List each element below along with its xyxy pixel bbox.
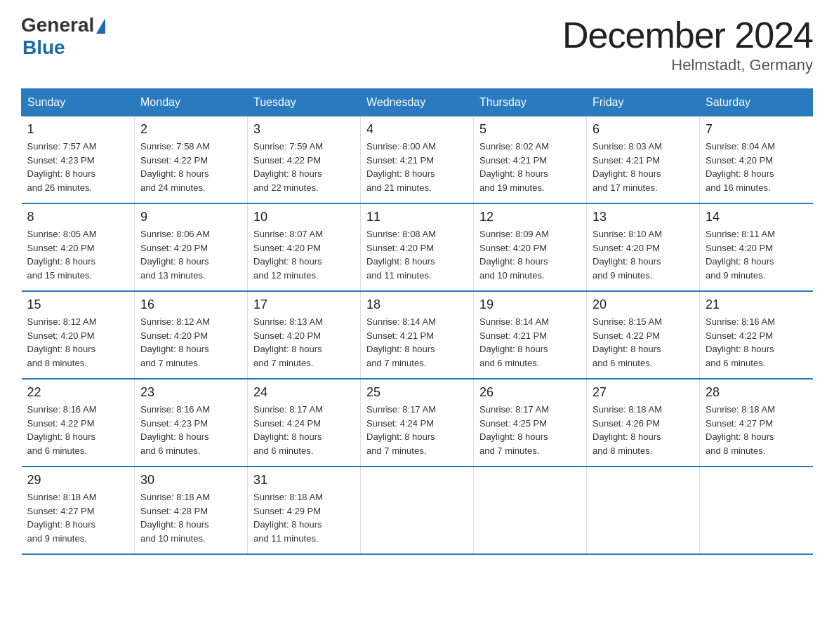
page-header: General Blue December 2024 Helmstadt, Ge… [21, 14, 813, 74]
day-info: Sunrise: 8:16 AM Sunset: 4:22 PM Dayligh… [27, 403, 129, 457]
table-row: 27 Sunrise: 8:18 AM Sunset: 4:26 PM Dayl… [587, 379, 700, 467]
calendar-week-row: 8 Sunrise: 8:05 AM Sunset: 4:20 PM Dayli… [22, 203, 813, 291]
day-info: Sunrise: 8:14 AM Sunset: 4:21 PM Dayligh… [366, 315, 468, 370]
logo-triangle-icon [96, 18, 105, 34]
logo: General Blue [21, 14, 105, 59]
logo-general-text: General [21, 14, 94, 36]
table-row: 30 Sunrise: 8:18 AM Sunset: 4:28 PM Dayl… [135, 467, 248, 554]
day-number: 4 [366, 122, 468, 137]
table-row: 15 Sunrise: 8:12 AM Sunset: 4:20 PM Dayl… [22, 291, 135, 379]
day-info: Sunrise: 8:13 AM Sunset: 4:20 PM Dayligh… [253, 315, 355, 370]
col-thursday: Thursday [474, 89, 587, 116]
day-info: Sunrise: 8:16 AM Sunset: 4:22 PM Dayligh… [706, 315, 807, 370]
table-row: 25 Sunrise: 8:17 AM Sunset: 4:24 PM Dayl… [361, 379, 474, 467]
day-info: Sunrise: 8:18 AM Sunset: 4:27 PM Dayligh… [27, 490, 129, 545]
day-info: Sunrise: 8:17 AM Sunset: 4:24 PM Dayligh… [366, 403, 468, 457]
calendar-week-row: 29 Sunrise: 8:18 AM Sunset: 4:27 PM Dayl… [22, 467, 813, 554]
calendar-week-row: 22 Sunrise: 8:16 AM Sunset: 4:22 PM Dayl… [22, 379, 813, 467]
day-number: 6 [593, 122, 694, 137]
table-row [474, 467, 587, 554]
day-info: Sunrise: 8:18 AM Sunset: 4:29 PM Dayligh… [253, 490, 355, 545]
logo-blue-text: Blue [22, 36, 65, 59]
day-number: 13 [593, 210, 694, 224]
day-number: 23 [140, 385, 241, 400]
day-number: 10 [253, 210, 355, 224]
day-info: Sunrise: 8:16 AM Sunset: 4:23 PM Dayligh… [140, 403, 241, 457]
day-number: 15 [27, 297, 129, 312]
day-info: Sunrise: 8:18 AM Sunset: 4:26 PM Dayligh… [593, 403, 694, 457]
day-info: Sunrise: 8:03 AM Sunset: 4:21 PM Dayligh… [593, 140, 694, 194]
day-number: 29 [27, 473, 129, 488]
day-number: 3 [253, 122, 355, 137]
day-info: Sunrise: 7:57 AM Sunset: 4:23 PM Dayligh… [27, 140, 129, 194]
day-info: Sunrise: 8:11 AM Sunset: 4:20 PM Dayligh… [706, 227, 807, 282]
day-info: Sunrise: 8:17 AM Sunset: 4:24 PM Dayligh… [253, 403, 355, 457]
day-info: Sunrise: 8:09 AM Sunset: 4:20 PM Dayligh… [479, 227, 581, 282]
table-row: 12 Sunrise: 8:09 AM Sunset: 4:20 PM Dayl… [474, 203, 587, 291]
table-row: 5 Sunrise: 8:02 AM Sunset: 4:21 PM Dayli… [474, 116, 587, 204]
page-title: December 2024 [562, 14, 813, 56]
day-info: Sunrise: 8:12 AM Sunset: 4:20 PM Dayligh… [140, 315, 241, 370]
col-monday: Monday [135, 89, 248, 116]
day-info: Sunrise: 7:59 AM Sunset: 4:22 PM Dayligh… [253, 140, 355, 194]
day-number: 19 [479, 297, 581, 312]
col-sunday: Sunday [22, 89, 135, 116]
col-wednesday: Wednesday [361, 89, 474, 116]
table-row: 21 Sunrise: 8:16 AM Sunset: 4:22 PM Dayl… [700, 291, 813, 379]
day-info: Sunrise: 7:58 AM Sunset: 4:22 PM Dayligh… [140, 140, 241, 194]
table-row: 17 Sunrise: 8:13 AM Sunset: 4:20 PM Dayl… [248, 291, 361, 379]
day-info: Sunrise: 8:18 AM Sunset: 4:27 PM Dayligh… [706, 403, 807, 457]
table-row [361, 467, 474, 554]
day-number: 5 [479, 122, 581, 137]
table-row: 29 Sunrise: 8:18 AM Sunset: 4:27 PM Dayl… [22, 467, 135, 554]
table-row: 8 Sunrise: 8:05 AM Sunset: 4:20 PM Dayli… [22, 203, 135, 291]
calendar-header-row: Sunday Monday Tuesday Wednesday Thursday… [22, 89, 813, 116]
day-number: 24 [253, 385, 355, 400]
table-row: 14 Sunrise: 8:11 AM Sunset: 4:20 PM Dayl… [700, 203, 813, 291]
day-number: 2 [140, 122, 241, 137]
day-info: Sunrise: 8:15 AM Sunset: 4:22 PM Dayligh… [593, 315, 694, 370]
day-number: 21 [706, 297, 807, 312]
day-number: 7 [706, 122, 807, 137]
table-row: 2 Sunrise: 7:58 AM Sunset: 4:22 PM Dayli… [135, 116, 248, 204]
table-row: 11 Sunrise: 8:08 AM Sunset: 4:20 PM Dayl… [361, 203, 474, 291]
calendar-table: Sunday Monday Tuesday Wednesday Thursday… [21, 88, 813, 555]
day-info: Sunrise: 8:08 AM Sunset: 4:20 PM Dayligh… [366, 227, 468, 282]
day-number: 27 [593, 385, 694, 400]
col-friday: Friday [587, 89, 700, 116]
table-row: 4 Sunrise: 8:00 AM Sunset: 4:21 PM Dayli… [361, 116, 474, 204]
day-number: 22 [27, 385, 129, 400]
day-number: 14 [706, 210, 807, 224]
day-info: Sunrise: 8:07 AM Sunset: 4:20 PM Dayligh… [253, 227, 355, 282]
day-number: 26 [479, 385, 581, 400]
day-number: 12 [479, 210, 581, 224]
day-number: 30 [140, 473, 241, 488]
calendar-week-row: 15 Sunrise: 8:12 AM Sunset: 4:20 PM Dayl… [22, 291, 813, 379]
day-number: 9 [140, 210, 241, 224]
table-row: 16 Sunrise: 8:12 AM Sunset: 4:20 PM Dayl… [135, 291, 248, 379]
day-info: Sunrise: 8:02 AM Sunset: 4:21 PM Dayligh… [479, 140, 581, 194]
day-number: 8 [27, 210, 129, 224]
day-number: 20 [593, 297, 694, 312]
day-number: 11 [366, 210, 468, 224]
day-number: 1 [27, 122, 129, 137]
day-info: Sunrise: 8:18 AM Sunset: 4:28 PM Dayligh… [140, 490, 241, 545]
table-row: 9 Sunrise: 8:06 AM Sunset: 4:20 PM Dayli… [135, 203, 248, 291]
day-number: 31 [253, 473, 355, 488]
day-info: Sunrise: 8:10 AM Sunset: 4:20 PM Dayligh… [593, 227, 694, 282]
day-number: 25 [366, 385, 468, 400]
table-row: 31 Sunrise: 8:18 AM Sunset: 4:29 PM Dayl… [248, 467, 361, 554]
table-row: 10 Sunrise: 8:07 AM Sunset: 4:20 PM Dayl… [248, 203, 361, 291]
table-row: 22 Sunrise: 8:16 AM Sunset: 4:22 PM Dayl… [22, 379, 135, 467]
day-number: 16 [140, 297, 241, 312]
table-row: 13 Sunrise: 8:10 AM Sunset: 4:20 PM Dayl… [587, 203, 700, 291]
table-row [700, 467, 813, 554]
day-number: 28 [706, 385, 807, 400]
table-row: 3 Sunrise: 7:59 AM Sunset: 4:22 PM Dayli… [248, 116, 361, 204]
col-saturday: Saturday [700, 89, 813, 116]
day-info: Sunrise: 8:17 AM Sunset: 4:25 PM Dayligh… [479, 403, 581, 457]
day-info: Sunrise: 8:12 AM Sunset: 4:20 PM Dayligh… [27, 315, 129, 370]
table-row: 20 Sunrise: 8:15 AM Sunset: 4:22 PM Dayl… [587, 291, 700, 379]
day-info: Sunrise: 8:00 AM Sunset: 4:21 PM Dayligh… [366, 140, 468, 194]
title-block: December 2024 Helmstadt, Germany [562, 14, 813, 74]
